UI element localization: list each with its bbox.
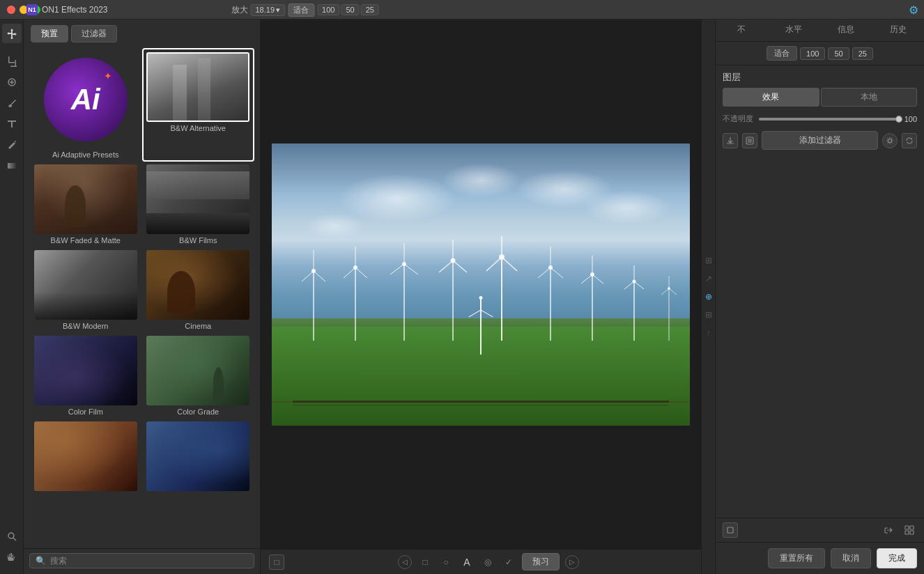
right-fit-row: 适合 100 50 25 <box>716 42 924 65</box>
tool-brush[interactable] <box>2 93 22 113</box>
tool-crop[interactable] <box>2 52 22 71</box>
bottom-rect-icon[interactable]: □ <box>417 554 433 570</box>
svg-line-14 <box>314 271 325 281</box>
right-fit-btn[interactable]: 适合 <box>767 46 797 61</box>
tab-effects[interactable]: 效果 <box>723 88 819 107</box>
vert-icon-3[interactable]: ⊕ <box>705 292 712 302</box>
preset-bw-alt[interactable]: B&W Alternative <box>142 48 255 162</box>
vert-icon-5[interactable]: ↑ <box>707 328 711 338</box>
tool-move[interactable] <box>2 24 22 43</box>
opacity-fill <box>759 118 899 121</box>
main-layout: 预置 过滤器 Ai ✦ Ai Adaptive Presets <box>0 20 924 574</box>
thumb-bw-faded <box>34 164 137 234</box>
canvas-area[interactable] <box>261 20 701 549</box>
download-icon[interactable] <box>723 133 738 148</box>
share-icon[interactable] <box>881 522 896 538</box>
right-fit-25[interactable]: 25 <box>852 47 873 60</box>
opacity-value: 100 <box>904 115 917 123</box>
nav-next[interactable]: ▷ <box>565 555 579 569</box>
vert-icon-4[interactable]: ⊞ <box>705 310 712 320</box>
app-name-label: N1 ON1 Effects 2023 <box>26 4 108 15</box>
tab-presets[interactable]: 预置 <box>31 25 68 42</box>
layers-title: 图层 <box>723 71 917 84</box>
preset-bw-faded[interactable]: B&W Faded & Matte <box>29 162 142 247</box>
filter-row: 添加过滤器 <box>716 128 924 153</box>
cancel-button[interactable]: 取消 <box>831 548 871 568</box>
svg-line-39 <box>550 267 563 278</box>
fit-numbers: 100 50 25 <box>317 4 379 15</box>
add-filter-button[interactable]: 添加过滤器 <box>762 131 878 150</box>
done-button[interactable]: 完成 <box>877 548 917 568</box>
svg-point-57 <box>888 139 892 142</box>
opacity-slider[interactable] <box>759 118 899 121</box>
tool-zoom[interactable] <box>2 527 22 546</box>
svg-rect-3 <box>10 66 17 68</box>
tab-bu[interactable]: 不 <box>716 20 768 41</box>
corner-icon[interactable] <box>723 522 738 538</box>
refresh-icon[interactable] <box>902 133 917 148</box>
svg-line-49 <box>634 281 644 289</box>
opacity-handle[interactable] <box>895 116 902 123</box>
vert-icon-2[interactable]: ↗ <box>705 274 712 284</box>
preset-cinema[interactable]: Cinema <box>142 247 255 333</box>
fit-100[interactable]: 100 <box>317 4 339 15</box>
tool-paint[interactable] <box>2 135 22 155</box>
fit-button[interactable]: 适合 <box>288 3 314 17</box>
tool-hand[interactable] <box>2 548 22 567</box>
tool-gradient[interactable] <box>2 156 22 176</box>
preset-color-grade[interactable]: Color Grade <box>142 333 255 419</box>
zoom-value[interactable]: 18.19 ▾ <box>251 4 286 16</box>
right-spacer <box>716 153 924 518</box>
nav-prev[interactable]: ◁ <box>398 555 412 569</box>
tab-history[interactable]: 历史 <box>872 20 924 41</box>
thumb-color-grade <box>146 336 249 405</box>
bottom-circle-icon[interactable]: ○ <box>438 554 454 570</box>
svg-rect-59 <box>905 526 909 529</box>
preset-bw-modern[interactable]: B&W Modern <box>29 247 142 333</box>
reset-all-button[interactable]: 重置所有 <box>768 548 825 568</box>
tool-heal[interactable] <box>2 72 22 92</box>
filter-settings-icon[interactable] <box>882 133 898 148</box>
preset-ai[interactable]: Ai ✦ Ai Adaptive Presets <box>29 48 142 162</box>
tab-local[interactable]: 本地 <box>821 88 918 107</box>
panel-tabs: 预置 过滤器 <box>24 20 260 45</box>
titlebar: N1 ON1 Effects 2023 放大 18.19 ▾ 适合 100 50… <box>0 0 924 20</box>
svg-line-24 <box>404 264 418 274</box>
tool-text[interactable] <box>2 114 22 134</box>
preset-bw-films[interactable]: B&W Films <box>142 162 255 247</box>
thumb-row5b <box>146 421 249 491</box>
layers-section: 图层 效果 本地 <box>716 65 924 109</box>
right-fit-50[interactable]: 50 <box>828 47 849 60</box>
close-button[interactable] <box>7 6 15 14</box>
thumb-color-film <box>34 336 137 405</box>
bottom-text-icon[interactable]: A <box>459 554 475 570</box>
svg-line-33 <box>486 257 502 271</box>
svg-line-34 <box>502 257 517 271</box>
zoom-label: 放大 <box>231 4 248 16</box>
preset-row5a[interactable] <box>29 419 142 496</box>
settings-gear-icon[interactable]: ⚙ <box>909 3 918 16</box>
svg-rect-56 <box>748 139 752 143</box>
fit-50[interactable]: 50 <box>341 4 359 15</box>
bottom-left-controls: □ <box>269 554 284 570</box>
tab-info[interactable]: 信息 <box>820 20 872 41</box>
bottom-mask-icon[interactable]: ◎ <box>480 554 495 570</box>
bottom-check-icon[interactable]: ✓ <box>501 554 516 570</box>
grid-icon[interactable] <box>902 522 917 538</box>
preset-bw-faded-label: B&W Faded & Matte <box>51 236 121 245</box>
mask-icon[interactable] <box>742 133 757 148</box>
preview-button[interactable]: 预习 <box>522 553 560 571</box>
svg-line-48 <box>624 281 634 289</box>
tab-filters[interactable]: 过滤器 <box>71 25 117 42</box>
opacity-label: 不透明度 <box>723 114 753 124</box>
thumb-row5a <box>34 421 137 491</box>
vert-icon-1[interactable]: ⊞ <box>705 256 712 265</box>
preset-color-film[interactable]: Color Film <box>29 333 142 419</box>
search-input[interactable] <box>50 556 248 566</box>
fit-25[interactable]: 25 <box>361 4 379 15</box>
tab-shuiping[interactable]: 水平 <box>768 20 820 41</box>
bottom-square-icon[interactable]: □ <box>269 554 284 570</box>
preset-row5b[interactable] <box>142 419 255 496</box>
bottom-center-controls: ◁ □ ○ A ◎ ✓ 预习 ▷ <box>398 553 579 571</box>
right-fit-100[interactable]: 100 <box>800 47 825 60</box>
